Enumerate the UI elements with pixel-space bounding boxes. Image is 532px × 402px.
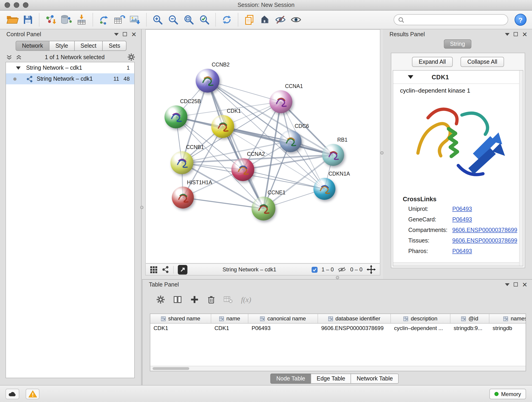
import-table-from-file-button[interactable] bbox=[74, 12, 89, 27]
collapse-section-icon[interactable] bbox=[408, 75, 413, 79]
float-panel-icon[interactable] bbox=[514, 32, 518, 36]
show-all-button[interactable] bbox=[288, 12, 304, 27]
network-node-cdkn1a[interactable] bbox=[313, 178, 336, 200]
search-field[interactable] bbox=[394, 14, 508, 25]
table-cell-shared-name[interactable]: CDK1 bbox=[150, 324, 211, 332]
crosslink-link-compartments[interactable]: 9606.ENSP00000378699 bbox=[452, 227, 517, 233]
help-button[interactable]: ? bbox=[515, 14, 526, 26]
float-panel-icon[interactable] bbox=[514, 282, 518, 287]
table-cell-name[interactable]: CDK1 bbox=[211, 324, 248, 332]
apply-function-icon[interactable]: f(x) bbox=[241, 295, 251, 304]
float-panel-icon[interactable] bbox=[123, 32, 127, 36]
vertical-splitter-handle[interactable] bbox=[140, 206, 143, 209]
tab-string[interactable]: String bbox=[443, 39, 471, 49]
import-network-from-file-button[interactable] bbox=[43, 12, 58, 27]
network-node-ccnb1[interactable] bbox=[171, 151, 193, 174]
crosslink-link-uniprot[interactable]: P06493 bbox=[452, 206, 472, 212]
tab-sets[interactable]: Sets bbox=[103, 41, 127, 51]
close-panel-icon[interactable]: ✕ bbox=[522, 281, 527, 288]
warnings-button[interactable] bbox=[26, 389, 39, 399]
table-cell-id[interactable]: stringdb:9... bbox=[450, 324, 489, 332]
table-cell-database-identifier[interactable]: 9606.ENSP00000378699 bbox=[318, 324, 391, 332]
minimize-window-button[interactable] bbox=[14, 2, 19, 8]
column-header-canonical-name[interactable]: canonical name bbox=[248, 314, 318, 323]
column-header-shared-name[interactable]: shared name bbox=[150, 314, 211, 323]
network-node-ccnb2[interactable] bbox=[196, 69, 220, 93]
network-node-ccna1[interactable] bbox=[269, 90, 292, 113]
hide-selected-button[interactable] bbox=[273, 12, 288, 27]
import-network-from-database-button[interactable] bbox=[58, 12, 74, 27]
vertical-splitter-handle[interactable] bbox=[380, 151, 384, 154]
network-node-ccna2[interactable] bbox=[231, 158, 254, 181]
gear-icon[interactable] bbox=[127, 53, 135, 61]
zoom-fit-button[interactable] bbox=[181, 12, 196, 27]
hidden-eye-slash-icon[interactable] bbox=[338, 266, 346, 273]
table-cell-canonical-name[interactable]: P06493 bbox=[248, 324, 318, 332]
network-node-cdk1[interactable] bbox=[211, 115, 234, 138]
table-cell-namespace[interactable]: stringdb bbox=[489, 324, 526, 332]
network-canvas[interactable]: CDK1CCNB1CCNB2CCNA1CCNA2CCNE1CDC25BCDC6R… bbox=[145, 29, 380, 264]
expand-all-icon[interactable] bbox=[16, 54, 22, 60]
network-edge[interactable] bbox=[243, 170, 324, 189]
zoom-in-button[interactable] bbox=[150, 12, 165, 27]
network-edge[interactable] bbox=[183, 198, 264, 209]
table-horizontal-scrollbar[interactable] bbox=[150, 366, 526, 371]
panel-menu-icon[interactable] bbox=[505, 33, 510, 36]
selected-checkbox[interactable] bbox=[311, 267, 317, 273]
copy-document-button[interactable] bbox=[241, 12, 257, 27]
horizontal-splitter-handle[interactable] bbox=[336, 276, 339, 279]
add-column-icon[interactable] bbox=[190, 295, 199, 304]
collapse-all-button[interactable]: Collapse All bbox=[461, 57, 504, 67]
network-edge[interactable] bbox=[208, 81, 264, 209]
search-input[interactable] bbox=[407, 17, 504, 23]
new-network-button[interactable] bbox=[96, 12, 112, 27]
column-header-id[interactable]: @id bbox=[450, 314, 489, 323]
home-networks-button[interactable] bbox=[257, 12, 273, 27]
open-in-new-window-button[interactable] bbox=[178, 265, 187, 274]
expander-icon[interactable] bbox=[16, 66, 21, 70]
tab-style[interactable]: Style bbox=[50, 41, 75, 51]
pan-crosshair-icon[interactable] bbox=[367, 265, 376, 274]
refresh-network-button[interactable] bbox=[219, 12, 234, 27]
close-panel-icon[interactable]: ✕ bbox=[131, 31, 137, 37]
maximize-window-button[interactable] bbox=[23, 2, 28, 8]
tab-node-table[interactable]: Node Table bbox=[270, 374, 311, 384]
table-settings-gear-icon[interactable] bbox=[156, 295, 165, 304]
crosslink-link-genecard[interactable]: P06493 bbox=[452, 216, 472, 223]
close-panel-icon[interactable]: ✕ bbox=[522, 31, 527, 37]
column-header-description[interactable]: description bbox=[391, 314, 450, 323]
memory-button[interactable]: Memory bbox=[489, 389, 526, 399]
save-session-button[interactable] bbox=[20, 12, 36, 27]
table-row[interactable]: CDK1CDK1P064939606.ENSP00000378699cyclin… bbox=[150, 324, 526, 332]
zoom-out-button[interactable] bbox=[165, 12, 181, 27]
delete-column-icon[interactable] bbox=[207, 295, 215, 304]
column-header-namespace[interactable]: namespace bbox=[489, 314, 526, 323]
open-session-button[interactable] bbox=[5, 12, 20, 27]
network-collection-row[interactable]: String Network – cdk1 1 bbox=[6, 62, 134, 73]
zoom-selected-button[interactable] bbox=[196, 12, 212, 27]
column-header-name[interactable]: name bbox=[211, 314, 248, 323]
network-node-ccne1[interactable] bbox=[252, 197, 275, 220]
close-window-button[interactable] bbox=[5, 2, 10, 8]
scrollbar-thumb[interactable] bbox=[152, 367, 189, 370]
network-node-rb1[interactable] bbox=[322, 144, 344, 166]
network-node-hist1h1a[interactable] bbox=[172, 186, 194, 209]
cloud-status-button[interactable] bbox=[6, 389, 19, 399]
new-table-button[interactable] bbox=[112, 12, 127, 27]
panel-menu-icon[interactable] bbox=[505, 283, 510, 286]
delete-table-icon[interactable] bbox=[224, 295, 233, 304]
crosslink-link-pharos[interactable]: P06493 bbox=[452, 248, 472, 254]
network-row[interactable]: String Network – cdk1 11 48 bbox=[6, 73, 134, 84]
column-header-database-identifier[interactable]: database identifier bbox=[318, 314, 391, 323]
network-node-cdc25b[interactable] bbox=[165, 105, 187, 128]
show-columns-icon[interactable] bbox=[173, 295, 182, 304]
tab-edge-table[interactable]: Edge Table bbox=[311, 374, 351, 384]
tab-network-table[interactable]: Network Table bbox=[351, 374, 399, 384]
horizontal-scrollbar[interactable] bbox=[393, 262, 519, 266]
crosslink-link-tissues[interactable]: 9606.ENSP00000378699 bbox=[452, 237, 517, 244]
collapse-all-icon[interactable] bbox=[6, 54, 12, 60]
tab-network[interactable]: Network bbox=[16, 41, 50, 51]
network-node-cdc6[interactable] bbox=[279, 130, 302, 152]
panel-menu-icon[interactable] bbox=[114, 33, 119, 36]
table-cell-description[interactable]: cyclin–dependent ... bbox=[391, 324, 450, 332]
